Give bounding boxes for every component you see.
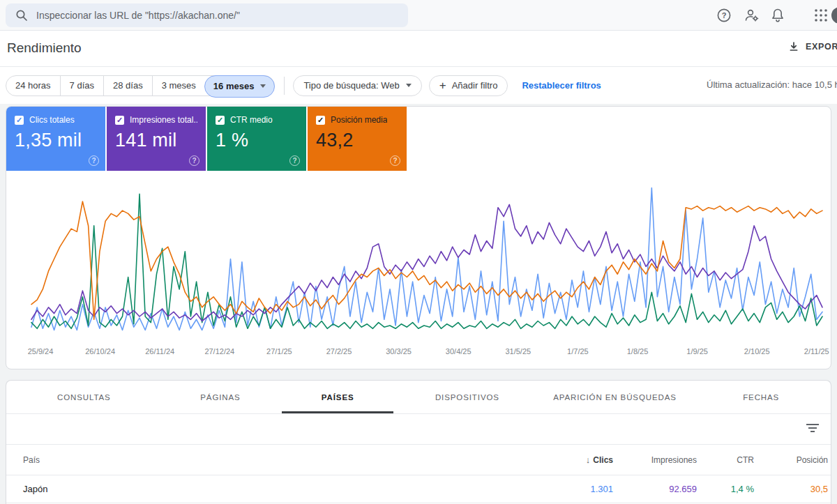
metric-label: Impresiones total... [130, 115, 197, 125]
sort-desc-icon: ↓ [586, 455, 591, 465]
metric-card-posicion[interactable]: ✓ Posición media 43,2 ? [308, 107, 407, 171]
export-label: EXPORTAR [806, 42, 837, 52]
add-filter-label: Añadir filtro [452, 80, 498, 91]
metric-card-ctr[interactable]: ✓ CTR medio 1 % ? [207, 107, 306, 171]
content-area: ✓ Clics totales 1,35 mil ? ✓ Impresiones… [0, 104, 837, 504]
apps-grid-icon[interactable] [813, 7, 829, 24]
search-icon [15, 9, 28, 22]
column-header-ctr[interactable]: CTR [697, 455, 754, 465]
metric-label: CTR medio [230, 115, 273, 125]
page-header: Rendimiento EXPORTAR [0, 31, 837, 67]
chevron-down-icon [260, 84, 266, 88]
x-tick-label: 25/9/24 [28, 347, 54, 356]
cell-country: Japón [23, 484, 515, 494]
x-tick-label: 1/7/25 [567, 347, 589, 356]
x-tick-label: 27/1/25 [266, 347, 292, 356]
cell-ctr: 1,4 % [697, 484, 754, 494]
column-header-posicion[interactable]: Posición [754, 455, 828, 465]
reset-filters-link[interactable]: Restablecer filtros [522, 80, 601, 91]
x-tick-label: 26/11/24 [145, 347, 174, 356]
tab-paises[interactable]: PAÍSES [279, 381, 396, 413]
checkbox-checked-icon[interactable]: ✓ [15, 116, 24, 125]
series-clics [31, 188, 822, 330]
cell-posicion: 30,5 [754, 484, 828, 494]
x-tick-label: 30/3/25 [386, 347, 412, 356]
chart-area: 25/9/2426/10/2426/11/2427/12/2427/1/2527… [6, 176, 831, 360]
download-icon [788, 41, 799, 52]
metric-card-clics[interactable]: ✓ Clics totales 1,35 mil ? [6, 107, 105, 171]
divider [284, 77, 285, 95]
column-label: Clics [593, 455, 613, 465]
x-tick-label: 27/12/24 [204, 347, 234, 356]
search-type-label: Tipo de búsqueda: Web [303, 80, 399, 91]
tab-fechas[interactable]: FECHAS [691, 381, 831, 413]
page-title: Rendimiento [7, 40, 82, 56]
metric-value: 43,2 [316, 130, 398, 151]
metric-value: 141 mil [115, 130, 197, 151]
tab-paginas[interactable]: PÁGINAS [162, 381, 280, 413]
help-icon[interactable]: ? [189, 155, 199, 166]
search-input[interactable] [36, 10, 408, 21]
x-tick-label: 26/10/24 [85, 347, 115, 356]
date-range-group: 24 horas 7 días 28 días 3 meses 16 meses [6, 75, 275, 96]
add-filter-chip[interactable]: + Añadir filtro [429, 75, 508, 96]
tab-consultas[interactable]: CONSULTAS [6, 381, 162, 413]
checkbox-checked-icon[interactable]: ✓ [216, 116, 225, 125]
x-tick-label: 2/10/25 [744, 347, 770, 356]
x-tick-label: 30/4/25 [446, 347, 472, 356]
metric-value: 1,35 mil [15, 130, 97, 151]
performance-chart-card: ✓ Clics totales 1,35 mil ? ✓ Impresiones… [6, 106, 831, 369]
x-tick-label: 1/9/25 [686, 347, 708, 356]
plus-icon: + [439, 79, 446, 91]
chart-x-axis: 25/9/2426/10/2426/11/2427/12/2427/1/2527… [6, 345, 831, 360]
range-7d[interactable]: 7 días [61, 76, 104, 96]
cell-impresiones: 92.659 [613, 484, 697, 494]
table-toolbar [6, 414, 831, 445]
metric-label: Clics totales [29, 115, 75, 125]
checkbox-checked-icon[interactable]: ✓ [316, 116, 325, 125]
x-tick-label: 31/5/25 [505, 347, 531, 356]
cell-clics: 1.301 [515, 484, 613, 494]
chevron-down-icon [406, 84, 412, 87]
x-tick-label: 27/2/25 [326, 347, 352, 356]
help-icon[interactable]: ? [89, 155, 99, 166]
performance-line-chart[interactable] [6, 176, 831, 342]
column-header-pais[interactable]: País [23, 455, 515, 465]
help-icon[interactable]: ? [289, 155, 300, 166]
metric-value: 1 % [216, 130, 298, 151]
filter-bar: 24 horas 7 días 28 días 3 meses 16 meses… [0, 67, 837, 104]
selected-range-label: 16 meses [213, 81, 255, 91]
notifications-icon[interactable] [769, 7, 786, 24]
search-type-chip[interactable]: Tipo de búsqueda: Web [293, 75, 421, 96]
metric-cards: ✓ Clics totales 1,35 mil ? ✓ Impresiones… [6, 107, 831, 171]
help-icon[interactable]: ? [390, 155, 400, 166]
svg-text:?: ? [722, 11, 727, 20]
range-24h[interactable]: 24 horas [6, 76, 61, 96]
export-button[interactable]: EXPORTAR [788, 41, 837, 52]
table-header-row: País ↓ Clics Impresiones CTR Posición [6, 445, 831, 475]
help-icon[interactable]: ? [716, 7, 732, 24]
topbar: ? [0, 0, 837, 31]
x-tick-label: 1/8/25 [627, 347, 649, 356]
range-3m[interactable]: 3 meses [153, 76, 205, 96]
column-header-clics[interactable]: ↓ Clics [515, 455, 613, 465]
table-row[interactable]: Japón 1.301 92.659 1,4 % 30,5 [6, 475, 831, 503]
filter-list-icon[interactable] [806, 424, 819, 434]
user-settings-icon[interactable] [744, 7, 760, 24]
last-update-text: Última actualización: hace 10,5 horas [707, 79, 837, 90]
range-28d[interactable]: 28 días [104, 76, 153, 96]
tab-aparicion[interactable]: APARICIÓN EN BÚSQUEDAS [538, 381, 692, 413]
url-inspect-searchbar[interactable] [6, 3, 408, 27]
x-tick-label: 2/11/25 [804, 347, 829, 356]
metric-card-impresiones[interactable]: ✓ Impresiones total... 141 mil ? [107, 107, 206, 171]
column-header-impresiones[interactable]: Impresiones [613, 455, 697, 465]
checkbox-checked-icon[interactable]: ✓ [115, 116, 124, 125]
dimension-tabs: CONSULTAS PÁGINAS PAÍSES DISPOSITIVOS AP… [6, 381, 831, 414]
range-16m-selected[interactable]: 16 meses [204, 75, 276, 98]
metric-label: Posición media [331, 115, 387, 125]
tab-dispositivos[interactable]: DISPOSITIVOS [396, 381, 538, 413]
avatar[interactable] [831, 7, 837, 24]
dimensions-table-card: CONSULTAS PÁGINAS PAÍSES DISPOSITIVOS AP… [6, 380, 831, 504]
